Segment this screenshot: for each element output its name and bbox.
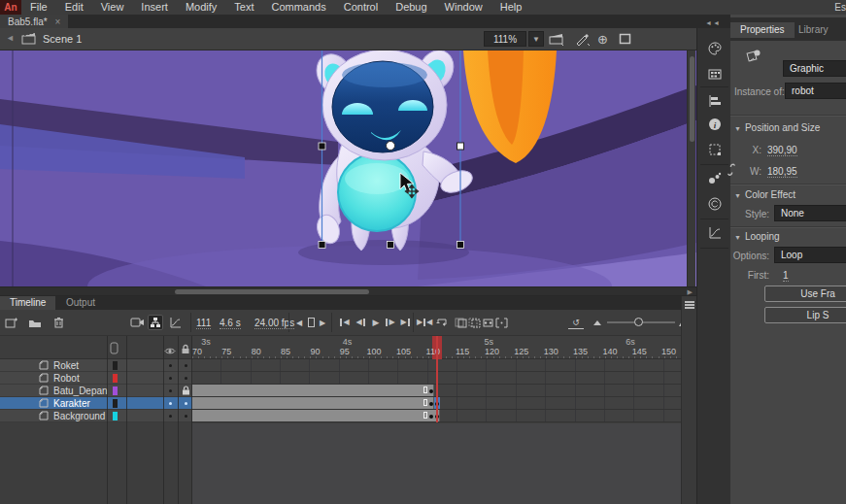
- menu-text[interactable]: Text: [225, 0, 262, 15]
- go-to-first-frame-button[interactable]: ◀: [337, 315, 353, 330]
- edit-scene-icon[interactable]: [549, 32, 564, 46]
- play-button[interactable]: ▶: [368, 315, 384, 330]
- layer-outline-color-swatch[interactable]: [113, 361, 118, 370]
- menu-edit[interactable]: Edit: [56, 0, 92, 15]
- show-layer-depth-button[interactable]: [167, 315, 183, 330]
- use-frame-picker-button[interactable]: Use Fra: [764, 286, 846, 302]
- layer-outline-color-swatch[interactable]: [113, 374, 118, 383]
- new-layer-button[interactable]: [4, 315, 19, 330]
- layer-visibility-dot[interactable]: [169, 377, 172, 380]
- menu-modify[interactable]: Modify: [177, 0, 225, 15]
- menu-file[interactable]: File: [21, 0, 56, 15]
- layer-visibility-dot[interactable]: [169, 402, 172, 405]
- handle-right-icon[interactable]: [457, 143, 464, 150]
- stage-canvas[interactable]: [0, 50, 696, 286]
- menu-insert[interactable]: Insert: [132, 0, 177, 15]
- panel-menu-icon[interactable]: [685, 301, 694, 309]
- looping-header[interactable]: ▼Looping: [734, 231, 780, 242]
- tab-output[interactable]: Output: [56, 296, 105, 310]
- tab-properties[interactable]: Properties: [730, 22, 795, 38]
- style-select[interactable]: None: [774, 205, 846, 221]
- timeline-zoom-knob[interactable]: [634, 318, 643, 326]
- delete-layer-button[interactable]: [51, 315, 66, 330]
- add-camera-button[interactable]: [129, 315, 145, 330]
- close-icon[interactable]: ×: [55, 17, 61, 27]
- loop-options-select[interactable]: Loop: [774, 247, 846, 263]
- reset-timeline-zoom-button[interactable]: ↺: [568, 316, 584, 329]
- center-playhead-button[interactable]: ▶▶: [417, 315, 432, 330]
- collapse-panels-icon[interactable]: ◄◄: [705, 19, 721, 26]
- layer-lock-dot[interactable]: [185, 415, 187, 418]
- zoom-level-select[interactable]: 111%: [484, 31, 526, 47]
- go-to-last-frame-button[interactable]: ▶: [397, 315, 413, 330]
- workspace-button[interactable]: Es: [834, 2, 846, 13]
- zoom-out-frames-icon[interactable]: [590, 315, 605, 330]
- scene-name[interactable]: Scene 1: [43, 33, 82, 45]
- modify-markers-button[interactable]: [493, 315, 509, 330]
- lip-syncing-button[interactable]: Lip S: [764, 307, 846, 323]
- transform-center-point[interactable]: [387, 142, 395, 151]
- handle-left-icon[interactable]: [319, 143, 325, 150]
- layer-lock-dot[interactable]: [185, 402, 187, 405]
- menu-control[interactable]: Control: [335, 0, 387, 15]
- clip-content-icon[interactable]: [619, 33, 631, 45]
- layer-outline-color-swatch[interactable]: [113, 386, 118, 395]
- step-forward-one-frame-button[interactable]: ▶: [383, 315, 398, 330]
- color-panel-icon[interactable]: [706, 40, 723, 56]
- instance-name-field[interactable]: robot: [785, 83, 846, 99]
- layer-visibility-dot[interactable]: [169, 364, 172, 367]
- brush-library-panel-icon[interactable]: [706, 170, 723, 186]
- menu-window[interactable]: Window: [436, 0, 491, 15]
- position-size-header[interactable]: ▼Position and Size: [734, 122, 820, 133]
- handle-bottom-right-icon[interactable]: [457, 242, 464, 249]
- tab-timeline[interactable]: Timeline: [0, 296, 55, 310]
- menu-view[interactable]: View: [92, 0, 133, 15]
- frame-span[interactable]: [192, 385, 434, 396]
- lock-all-icon[interactable]: [181, 341, 190, 358]
- edit-symbols-icon[interactable]: [575, 32, 590, 46]
- handle-bottom-left-icon[interactable]: [319, 242, 325, 249]
- document-tab[interactable]: Bab5.fla* ×: [0, 15, 68, 28]
- layer-outline-color-swatch[interactable]: [113, 399, 118, 408]
- timeline-zoom-slider[interactable]: [607, 321, 675, 323]
- frame-span[interactable]: [192, 397, 434, 409]
- center-stage-icon[interactable]: ⊕: [597, 32, 608, 47]
- elapsed-time-value[interactable]: 4.6 s: [220, 318, 241, 329]
- vscroll-thumb[interactable]: [690, 56, 694, 142]
- stage-horizontal-scrollbar[interactable]: ▶: [0, 286, 696, 295]
- symbol-type-select[interactable]: Graphic: [783, 60, 846, 77]
- loop-playback-button[interactable]: [434, 315, 450, 330]
- back-arrow-icon[interactable]: ◄: [6, 33, 15, 43]
- layer-lock-dot[interactable]: [185, 364, 187, 367]
- link-width-height-icon[interactable]: [725, 162, 739, 181]
- info-panel-icon[interactable]: i: [706, 116, 723, 132]
- first-frame-value[interactable]: 1: [783, 270, 789, 282]
- motion-editor-panel-icon[interactable]: [706, 224, 723, 241]
- app-logo[interactable]: An: [0, 0, 21, 15]
- menu-commands[interactable]: Commands: [262, 0, 334, 15]
- show-parenting-view-button[interactable]: [148, 315, 163, 330]
- transform-panel-icon[interactable]: [706, 141, 723, 157]
- layer-visibility-dot[interactable]: [169, 415, 172, 418]
- layer-outline-color-swatch[interactable]: [113, 412, 118, 420]
- chevron-down-icon[interactable]: ▼: [528, 31, 544, 47]
- menu-debug[interactable]: Debug: [387, 0, 435, 15]
- hscroll-thumb[interactable]: [175, 289, 369, 294]
- layer-visibility-dot[interactable]: [169, 389, 172, 392]
- tab-library[interactable]: Library: [789, 22, 838, 38]
- swatches-panel-icon[interactable]: [706, 65, 723, 82]
- current-frame-value[interactable]: 111: [196, 318, 211, 329]
- show-hide-all-eye-icon[interactable]: [164, 342, 176, 359]
- x-value[interactable]: 390,90: [767, 145, 797, 156]
- step-forward-icon[interactable]: ▶: [315, 315, 330, 330]
- stage-vertical-scrollbar[interactable]: [687, 50, 695, 286]
- menu-help[interactable]: Help: [491, 0, 531, 15]
- new-folder-button[interactable]: [27, 315, 43, 330]
- frame-span[interactable]: [192, 410, 440, 421]
- align-panel-icon[interactable]: [706, 92, 723, 109]
- step-back-one-frame-button[interactable]: ◀: [353, 315, 368, 330]
- color-effect-header[interactable]: ▼Color Effect: [734, 189, 795, 200]
- cc-libraries-panel-icon[interactable]: [706, 195, 723, 212]
- playhead-line[interactable]: [436, 336, 438, 422]
- handle-bottom-center-icon[interactable]: [388, 242, 394, 249]
